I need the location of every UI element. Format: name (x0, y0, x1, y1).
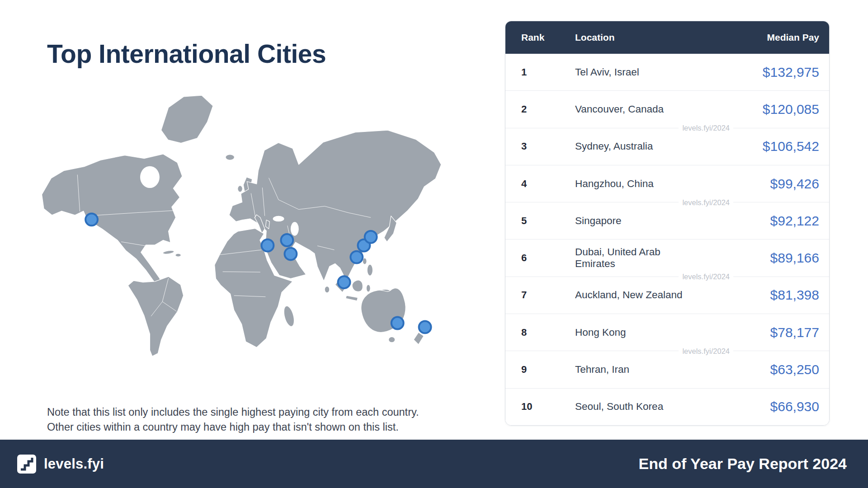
iceland (226, 155, 235, 160)
rank-cell: 10 (505, 401, 575, 413)
java (346, 296, 358, 301)
hudson-bay (140, 166, 160, 188)
cuba (163, 250, 175, 255)
median-pay-cell: $78,177 (703, 325, 829, 340)
note-text: Note that this list only includes the si… (47, 405, 499, 435)
table-row: 6Dubai, United Arab Emirates$89,166 (505, 239, 829, 276)
location-cell: Singapore (575, 215, 703, 227)
world-map (40, 90, 444, 359)
location-cell: Auckland, New Zealand (575, 289, 703, 301)
levels-logo-icon (17, 454, 37, 474)
rank-cell: 7 (505, 289, 575, 301)
table-row: 9Tehran, Iran$63,250 (505, 351, 829, 388)
rank-cell: 3 (505, 141, 575, 152)
hispaniola (175, 253, 181, 257)
continent-south-america (128, 277, 184, 356)
sulawesi (366, 285, 370, 292)
table-row: 10Seoul, South Korea$66,930 (505, 388, 829, 425)
watermark: levels.fyi/2024 (679, 124, 733, 132)
rank-cell: 9 (505, 364, 575, 375)
tasmania (388, 337, 395, 343)
header-location: Location (575, 32, 703, 43)
median-pay-cell: $89,166 (703, 250, 829, 266)
location-cell: Hangzhou, China (575, 178, 703, 190)
city-marker-sydney (392, 317, 404, 329)
location-cell: Sydney, Australia (575, 141, 703, 152)
rank-cell: 6 (505, 252, 575, 264)
table-row: 3Sydney, Australia$106,542 (505, 128, 829, 165)
rank-cell: 1 (505, 66, 575, 78)
note-line-1: Note that this list only includes the si… (47, 406, 419, 418)
city-marker-dubai (284, 248, 297, 260)
watermark: levels.fyi/2024 (679, 272, 733, 281)
table-body: 1Tel Aviv, Israel$132,9752Vancouver, Can… (505, 54, 829, 425)
pay-table: Rank Location Median Pay 1Tel Aviv, Isra… (505, 21, 830, 426)
philippines (367, 264, 373, 276)
location-cell: Tehran, Iran (575, 364, 703, 375)
rank-cell: 2 (505, 103, 575, 115)
watermark: levels.fyi/2024 (679, 198, 733, 206)
location-cell: Tel Aviv, Israel (575, 66, 703, 78)
city-marker-seoul (365, 231, 377, 243)
median-pay-cell: $132,975 (703, 65, 829, 80)
table-row: 5Singapore$92,122 (505, 202, 829, 239)
note-line-2: Other cities within a country may have h… (47, 421, 399, 433)
city-marker-vancouver (85, 213, 98, 225)
location-cell: Seoul, South Korea (575, 401, 703, 413)
footer-bar: levels.fyi End of Year Pay Report 2024 (0, 440, 868, 488)
table-row: 8Hong Kong$78,177 (505, 314, 829, 351)
ireland (238, 186, 243, 192)
new-zealand-south (414, 333, 424, 345)
median-pay-cell: $81,398 (703, 287, 829, 303)
median-pay-cell: $92,122 (703, 213, 829, 229)
table-row: 7Auckland, New Zealand$81,398 (505, 277, 829, 314)
location-cell: Hong Kong (575, 327, 703, 338)
sri-lanka (325, 286, 330, 293)
city-marker-singapore (338, 276, 350, 288)
rank-cell: 8 (505, 327, 575, 338)
black-sea (273, 216, 284, 222)
borneo (352, 280, 363, 291)
median-pay-cell: $120,085 (703, 102, 829, 117)
median-pay-cell: $106,542 (703, 139, 829, 154)
city-marker-tel-aviv (261, 239, 274, 252)
brand-name: levels.fyi (44, 456, 104, 472)
median-pay-cell: $66,930 (703, 399, 829, 414)
median-pay-cell: $63,250 (703, 362, 829, 377)
city-marker-auckland (419, 321, 431, 333)
rank-cell: 4 (505, 178, 575, 190)
location-cell: Dubai, United Arab Emirates (575, 246, 703, 270)
table-row: 1Tel Aviv, Israel$132,975 (505, 54, 829, 90)
world-map-svg (40, 90, 444, 359)
city-marker-tehran (281, 234, 293, 246)
table-header: Rank Location Median Pay (505, 21, 829, 54)
header-median-pay: Median Pay (703, 32, 829, 43)
median-pay-cell: $99,426 (703, 176, 829, 192)
caspian-sea (291, 222, 299, 235)
location-cell: Vancouver, Canada (575, 103, 703, 115)
table-row: 4Hangzhou, China$99,426 (505, 165, 829, 202)
report-title: End of Year Pay Report 2024 (639, 455, 847, 473)
header-rank: Rank (505, 32, 575, 43)
greenland (161, 95, 213, 143)
table-row: 2Vancouver, Canada$120,085 (505, 90, 829, 127)
rank-cell: 5 (505, 215, 575, 227)
city-marker-hong-kong (350, 251, 363, 263)
brand: levels.fyi (17, 454, 104, 474)
watermark: levels.fyi/2024 (679, 347, 733, 355)
continent-north-america (42, 154, 182, 286)
madagascar (282, 305, 296, 328)
page-title: Top International Cities (47, 39, 326, 69)
